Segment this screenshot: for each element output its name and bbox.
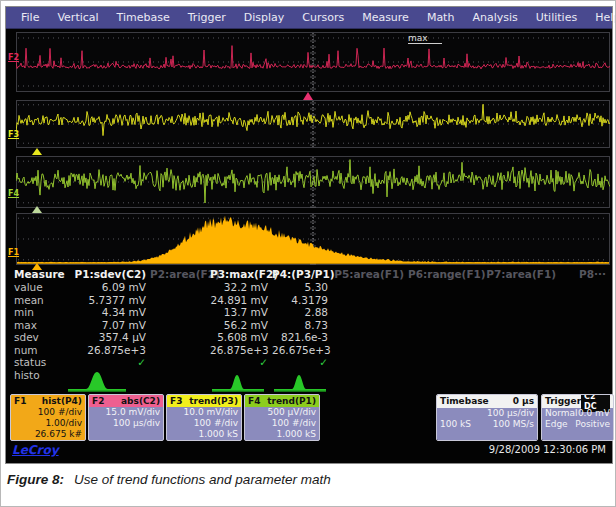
measure-value-cell [484, 281, 560, 294]
waveform-panel-f4[interactable] [16, 156, 610, 208]
measure-value-cell: 4.3179 [272, 294, 332, 307]
waveform-panel-f2[interactable]: max [16, 32, 610, 92]
trace-label-f2[interactable]: F2 [8, 53, 19, 62]
descriptor-line: 1.000 kS [248, 429, 316, 440]
measure-histicon [272, 372, 328, 393]
descriptor-line: 26.675 k# [14, 429, 82, 440]
measure-value-cell [408, 306, 484, 319]
waveform-panel-f3[interactable] [16, 100, 610, 148]
measure-value-cell [560, 356, 610, 369]
descriptor-line: 1.000 kS [170, 429, 238, 440]
measure-value-cell [484, 369, 560, 393]
menu-cursors[interactable]: Cursors [293, 11, 353, 24]
descriptor-line: 1.00/div [14, 418, 82, 429]
trace-descriptor-f4[interactable]: F4trend(P1) 500 µV/div 100 #/div 1.000 k… [244, 394, 320, 441]
measure-histicon [66, 370, 128, 393]
measure-value-cell: 13.7 mV [210, 306, 272, 319]
trace-descriptor-f1[interactable]: F1hist(P4) 100 #/div 1.00/div 26.675 k# [10, 394, 86, 441]
measure-value-cell [150, 369, 210, 393]
trigger-position-marker[interactable] [303, 92, 313, 100]
measure-value-cell [560, 331, 610, 344]
trigger-level: 0.0 mV [578, 408, 610, 419]
histogram-panel-f1[interactable] [16, 213, 610, 265]
descriptor-line: 15.0 mV/div [92, 407, 160, 418]
measure-value-cell: 6.09 mV [66, 281, 150, 294]
timebase-descriptor[interactable]: Timebase0 µs 100 µs/div 100 kS100 MS/s [436, 394, 538, 441]
measure-value-cell [484, 356, 560, 369]
measure-row-label: mean [10, 294, 66, 307]
measure-value-cell [408, 344, 484, 357]
measure-row-label: histo [10, 369, 66, 382]
descriptor-id: F2 [92, 395, 104, 407]
measure-value-cell [484, 319, 560, 332]
measure-value-cell [408, 281, 484, 294]
measure-value-cell [484, 294, 560, 307]
menu-utilities[interactable]: Utilities [527, 11, 586, 24]
trace-label-f3[interactable]: F3 [8, 130, 19, 139]
measure-value-cell: 5.608 mV [210, 331, 272, 344]
descriptor-title: hist(P4) [42, 395, 82, 407]
menu-display[interactable]: Display [235, 11, 294, 24]
menu-trigger[interactable]: Trigger [179, 11, 235, 24]
trace-descriptor-f3[interactable]: F3trend(P3) 10.0 mV/div 100 #/div 1.000 … [166, 394, 242, 441]
measure-column-header: P1:sdev(C2) [66, 267, 150, 281]
measure-value-cell [560, 369, 610, 393]
timebase-title: Timebase [440, 395, 489, 408]
timebase-rate: 100 MS/s [493, 419, 534, 430]
menu-vertical[interactable]: Vertical [48, 11, 107, 24]
measure-value-cell [332, 306, 408, 319]
measure-value-cell [560, 294, 610, 307]
descriptor-line: 100 #/div [14, 407, 82, 418]
measure-value-cell: 24.891 mV [210, 294, 272, 307]
menu-timebase[interactable]: Timebase [108, 11, 179, 24]
f4-zero-marker[interactable] [32, 206, 42, 213]
figure-caption: Figure 8:Use of trend functions and para… [7, 472, 331, 487]
trigger-title: Trigger [545, 395, 581, 408]
timebase-per-div: 100 µs/div [487, 408, 534, 419]
figure-caption-text: Use of trend functions and parameter mat… [74, 472, 331, 487]
measure-value-cell: 8.73 [272, 319, 332, 332]
measure-value-cell [560, 319, 610, 332]
measure-value-cell [150, 294, 210, 307]
f3-zero-marker[interactable] [32, 148, 42, 155]
measure-value-cell [332, 281, 408, 294]
measure-value-cell: 357.4 µV [66, 331, 150, 344]
measure-value-cell [560, 281, 610, 294]
descriptor-title: trend(P1) [267, 395, 316, 407]
descriptor-line: 500 µV/div [248, 407, 316, 418]
measure-value-cell [408, 319, 484, 332]
measure-row-label: num [10, 344, 66, 357]
menu-measure[interactable]: Measure [353, 11, 418, 24]
measure-value-cell [484, 306, 560, 319]
measure-table-title: Measure [10, 267, 66, 281]
measure-value-cell [332, 331, 408, 344]
descriptor-line: 100 #/div [170, 418, 238, 429]
menu-help[interactable]: Help [586, 11, 616, 24]
measure-value-cell [150, 281, 210, 294]
oscilloscope-screen: FileVerticalTimebaseTriggerDisplayCursor… [5, 6, 613, 464]
measure-value-cell: 26.875e+3 [210, 344, 272, 357]
trace-descriptor-f2[interactable]: F2abs(C2) 15.0 mV/div 100 µs/div [88, 394, 164, 441]
menu-math[interactable]: Math [418, 11, 464, 24]
measure-row-label: sdev [10, 331, 66, 344]
measure-value-cell [408, 331, 484, 344]
measure-row-label: max [10, 319, 66, 332]
descriptor-line: 100 µs/div [92, 418, 160, 429]
measure-table: MeasureP1:sdev(C2)P2:area(F2)P3:max(F2)P… [10, 267, 614, 393]
measure-status-cell: ✓ [272, 356, 332, 369]
measure-value-cell: 2.88 [272, 306, 332, 319]
measure-value-cell [560, 306, 610, 319]
measure-value-cell [332, 319, 408, 332]
trace-label-f1[interactable]: F1 [8, 248, 19, 257]
measure-column-header: P8··· [560, 267, 610, 281]
trigger-descriptor[interactable]: TriggerC2 DC Normal0.0 mV EdgePositive [541, 394, 614, 441]
trigger-slope: Positive [575, 419, 610, 430]
measure-histo-cell [66, 369, 150, 393]
menu-bar: FileVerticalTimebaseTriggerDisplayCursor… [6, 7, 612, 29]
timestamp: 9/28/2009 12:30:06 PM [489, 444, 606, 455]
menu-analysis[interactable]: Analysis [463, 11, 526, 24]
trace-label-f4[interactable]: F4 [8, 189, 19, 198]
descriptor-title: trend(P3) [189, 395, 238, 407]
measure-value-cell [332, 369, 408, 393]
menu-file[interactable]: File [12, 11, 48, 24]
